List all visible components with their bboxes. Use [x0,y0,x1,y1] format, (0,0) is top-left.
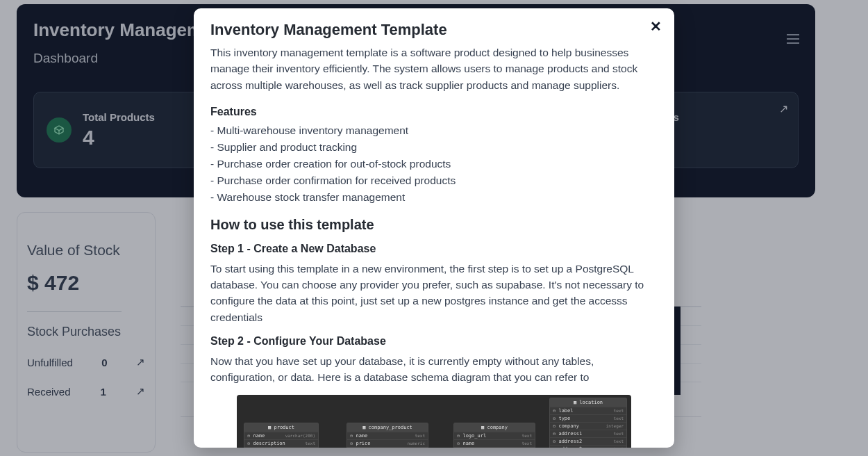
features-heading: Features [210,106,658,118]
close-icon: ✕ [650,19,662,34]
features-list: Multi-warehouse inventory management Sup… [210,122,658,206]
feature-item: Purchase order confirmation for received… [210,172,658,189]
template-info-modal: ✕ Inventory Management Template This inv… [194,8,674,448]
modal-overlay[interactable]: ✕ Inventory Management Template This inv… [0,0,868,456]
modal-title: Inventory Management Template [210,21,658,39]
feature-item: Warehouse stock transfer management [210,189,658,206]
step2-heading: Step 2 - Configure Your Database [210,335,658,348]
howto-heading: How to use this template [210,217,658,233]
schema-diagram: ▦ product ▫ namevarchar(200)▫ descriptio… [237,395,631,448]
modal-intro: This inventory management template is a … [210,44,658,93]
step1-heading: Step 1 - Create a New Database [210,243,658,255]
feature-item: Purchase order creation for out-of-stock… [210,156,658,172]
step2-body: Now that you have set up your database, … [210,353,658,386]
close-button[interactable]: ✕ [650,18,662,35]
feature-item: Supplier and product tracking [210,139,658,156]
feature-item: Multi-warehouse inventory management [210,122,658,139]
step1-body: To start using this template in a new en… [210,261,658,325]
